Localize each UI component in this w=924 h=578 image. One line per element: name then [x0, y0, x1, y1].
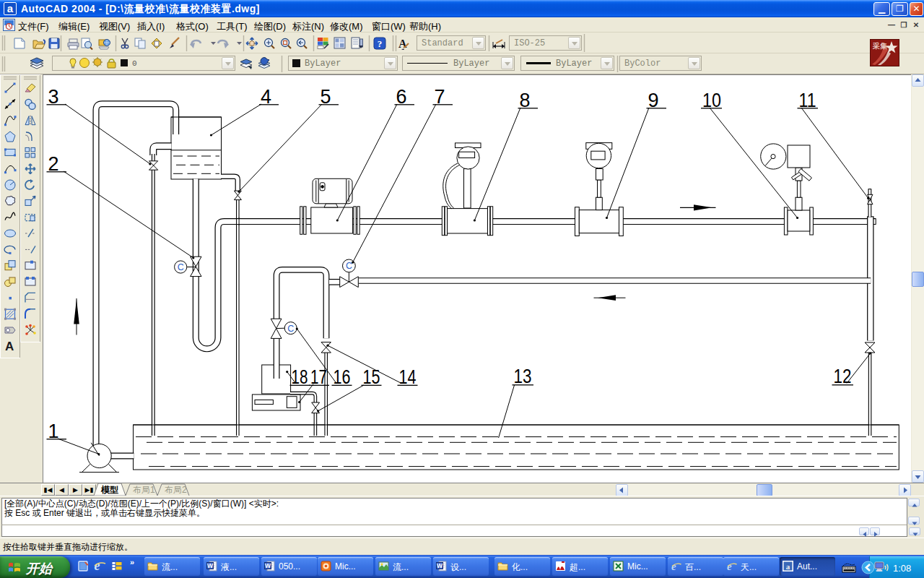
svg-text:?: ?: [378, 38, 383, 49]
svg-text:模型: 模型: [100, 485, 118, 495]
svg-text:3: 3: [48, 86, 59, 108]
svg-text:C: C: [287, 324, 294, 334]
svg-text:13: 13: [514, 366, 532, 387]
svg-text:11: 11: [799, 90, 816, 111]
svg-text:1: 1: [48, 420, 59, 442]
svg-text:0: 0: [132, 59, 137, 68]
svg-text:W: W: [265, 562, 271, 569]
svg-text:a: a: [786, 562, 790, 571]
svg-text:15: 15: [363, 366, 380, 388]
svg-text:W: W: [437, 562, 443, 569]
svg-text:6: 6: [396, 86, 407, 108]
svg-text:A: A: [398, 38, 407, 50]
svg-text:布局2: 布局2: [165, 485, 187, 495]
svg-text:9: 9: [648, 90, 659, 111]
svg-text:12: 12: [834, 366, 852, 387]
svg-text:5: 5: [321, 86, 331, 108]
svg-text:7: 7: [435, 86, 445, 108]
svg-text:2: 2: [48, 153, 59, 175]
svg-text:17: 17: [310, 366, 327, 388]
svg-text:18: 18: [292, 366, 308, 388]
svg-text:14: 14: [399, 366, 417, 388]
svg-text:8: 8: [520, 90, 531, 111]
svg-text:C: C: [178, 262, 184, 272]
svg-text:A: A: [5, 340, 14, 353]
svg-text:4: 4: [261, 86, 271, 108]
svg-text:采集: 采集: [872, 42, 888, 50]
svg-text:布局1: 布局1: [133, 485, 155, 495]
svg-text:W: W: [207, 562, 214, 569]
svg-text:C: C: [346, 261, 352, 271]
svg-text:10: 10: [702, 90, 721, 111]
svg-text:16: 16: [334, 366, 351, 388]
